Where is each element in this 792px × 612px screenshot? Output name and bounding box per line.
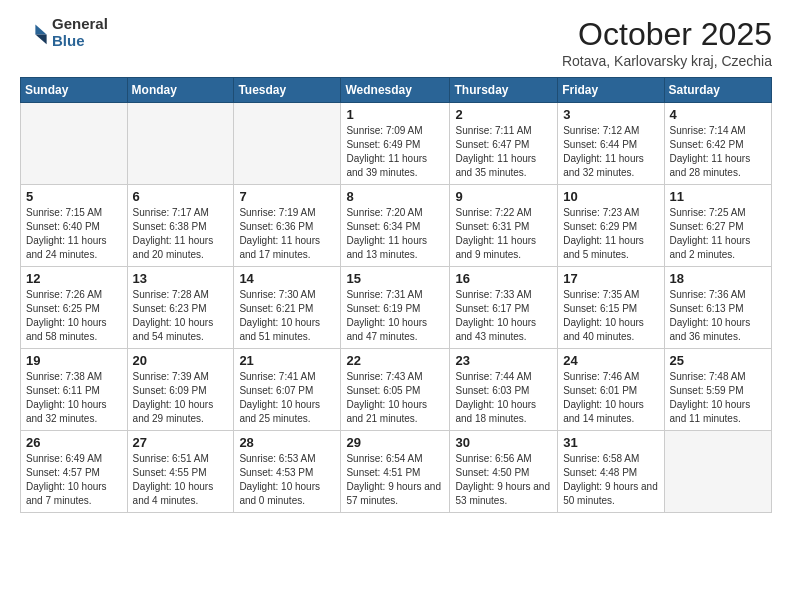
calendar-cell: 7Sunrise: 7:19 AM Sunset: 6:36 PM Daylig… [234,185,341,267]
day-number: 29 [346,435,444,450]
day-number: 14 [239,271,335,286]
calendar-cell: 14Sunrise: 7:30 AM Sunset: 6:21 PM Dayli… [234,267,341,349]
calendar-cell [127,103,234,185]
day-info: Sunrise: 7:35 AM Sunset: 6:15 PM Dayligh… [563,288,658,344]
day-number: 19 [26,353,122,368]
weekday-header-row: SundayMondayTuesdayWednesdayThursdayFrid… [21,78,772,103]
day-info: Sunrise: 6:49 AM Sunset: 4:57 PM Dayligh… [26,452,122,508]
logo-blue: Blue [52,33,108,50]
day-number: 5 [26,189,122,204]
day-info: Sunrise: 7:28 AM Sunset: 6:23 PM Dayligh… [133,288,229,344]
day-info: Sunrise: 7:44 AM Sunset: 6:03 PM Dayligh… [455,370,552,426]
day-number: 26 [26,435,122,450]
calendar-cell: 19Sunrise: 7:38 AM Sunset: 6:11 PM Dayli… [21,349,128,431]
calendar-cell: 28Sunrise: 6:53 AM Sunset: 4:53 PM Dayli… [234,431,341,513]
calendar-cell: 29Sunrise: 6:54 AM Sunset: 4:51 PM Dayli… [341,431,450,513]
day-number: 6 [133,189,229,204]
day-info: Sunrise: 7:33 AM Sunset: 6:17 PM Dayligh… [455,288,552,344]
month-title: October 2025 [562,16,772,53]
calendar-cell: 9Sunrise: 7:22 AM Sunset: 6:31 PM Daylig… [450,185,558,267]
weekday-header-saturday: Saturday [664,78,771,103]
day-number: 27 [133,435,229,450]
calendar-cell: 1Sunrise: 7:09 AM Sunset: 6:49 PM Daylig… [341,103,450,185]
svg-marker-1 [35,34,46,44]
day-info: Sunrise: 7:38 AM Sunset: 6:11 PM Dayligh… [26,370,122,426]
day-number: 17 [563,271,658,286]
calendar-cell: 4Sunrise: 7:14 AM Sunset: 6:42 PM Daylig… [664,103,771,185]
day-info: Sunrise: 7:23 AM Sunset: 6:29 PM Dayligh… [563,206,658,262]
day-info: Sunrise: 6:56 AM Sunset: 4:50 PM Dayligh… [455,452,552,508]
calendar-cell: 27Sunrise: 6:51 AM Sunset: 4:55 PM Dayli… [127,431,234,513]
logo-text: General Blue [52,16,108,49]
day-number: 12 [26,271,122,286]
day-info: Sunrise: 6:51 AM Sunset: 4:55 PM Dayligh… [133,452,229,508]
day-number: 3 [563,107,658,122]
day-info: Sunrise: 7:12 AM Sunset: 6:44 PM Dayligh… [563,124,658,180]
day-number: 10 [563,189,658,204]
day-info: Sunrise: 7:20 AM Sunset: 6:34 PM Dayligh… [346,206,444,262]
calendar-cell: 23Sunrise: 7:44 AM Sunset: 6:03 PM Dayli… [450,349,558,431]
day-number: 22 [346,353,444,368]
day-number: 20 [133,353,229,368]
weekday-header-sunday: Sunday [21,78,128,103]
day-info: Sunrise: 7:22 AM Sunset: 6:31 PM Dayligh… [455,206,552,262]
logo-icon [20,19,48,47]
header: General Blue October 2025 Rotava, Karlov… [20,16,772,69]
calendar-cell: 6Sunrise: 7:17 AM Sunset: 6:38 PM Daylig… [127,185,234,267]
day-number: 30 [455,435,552,450]
calendar-cell: 8Sunrise: 7:20 AM Sunset: 6:34 PM Daylig… [341,185,450,267]
day-info: Sunrise: 7:30 AM Sunset: 6:21 PM Dayligh… [239,288,335,344]
day-info: Sunrise: 7:39 AM Sunset: 6:09 PM Dayligh… [133,370,229,426]
day-info: Sunrise: 6:58 AM Sunset: 4:48 PM Dayligh… [563,452,658,508]
day-number: 24 [563,353,658,368]
calendar-week-row: 26Sunrise: 6:49 AM Sunset: 4:57 PM Dayli… [21,431,772,513]
day-info: Sunrise: 7:48 AM Sunset: 5:59 PM Dayligh… [670,370,766,426]
day-number: 15 [346,271,444,286]
day-info: Sunrise: 7:26 AM Sunset: 6:25 PM Dayligh… [26,288,122,344]
calendar-cell: 26Sunrise: 6:49 AM Sunset: 4:57 PM Dayli… [21,431,128,513]
weekday-header-tuesday: Tuesday [234,78,341,103]
calendar-cell [664,431,771,513]
day-info: Sunrise: 7:43 AM Sunset: 6:05 PM Dayligh… [346,370,444,426]
calendar-cell [234,103,341,185]
calendar-cell [21,103,128,185]
day-info: Sunrise: 6:53 AM Sunset: 4:53 PM Dayligh… [239,452,335,508]
calendar-cell: 15Sunrise: 7:31 AM Sunset: 6:19 PM Dayli… [341,267,450,349]
day-number: 13 [133,271,229,286]
calendar-cell: 31Sunrise: 6:58 AM Sunset: 4:48 PM Dayli… [558,431,664,513]
weekday-header-friday: Friday [558,78,664,103]
calendar-cell: 25Sunrise: 7:48 AM Sunset: 5:59 PM Dayli… [664,349,771,431]
day-info: Sunrise: 7:14 AM Sunset: 6:42 PM Dayligh… [670,124,766,180]
svg-marker-0 [35,24,46,34]
logo: General Blue [20,16,108,49]
day-number: 8 [346,189,444,204]
day-info: Sunrise: 7:41 AM Sunset: 6:07 PM Dayligh… [239,370,335,426]
calendar-cell: 12Sunrise: 7:26 AM Sunset: 6:25 PM Dayli… [21,267,128,349]
day-number: 18 [670,271,766,286]
location: Rotava, Karlovarsky kraj, Czechia [562,53,772,69]
calendar-week-row: 19Sunrise: 7:38 AM Sunset: 6:11 PM Dayli… [21,349,772,431]
day-number: 2 [455,107,552,122]
day-info: Sunrise: 7:11 AM Sunset: 6:47 PM Dayligh… [455,124,552,180]
day-info: Sunrise: 7:25 AM Sunset: 6:27 PM Dayligh… [670,206,766,262]
day-number: 7 [239,189,335,204]
title-area: October 2025 Rotava, Karlovarsky kraj, C… [562,16,772,69]
day-number: 11 [670,189,766,204]
day-number: 1 [346,107,444,122]
calendar-week-row: 5Sunrise: 7:15 AM Sunset: 6:40 PM Daylig… [21,185,772,267]
logo-general: General [52,16,108,33]
calendar-cell: 16Sunrise: 7:33 AM Sunset: 6:17 PM Dayli… [450,267,558,349]
calendar-cell: 24Sunrise: 7:46 AM Sunset: 6:01 PM Dayli… [558,349,664,431]
calendar-cell: 11Sunrise: 7:25 AM Sunset: 6:27 PM Dayli… [664,185,771,267]
day-info: Sunrise: 7:15 AM Sunset: 6:40 PM Dayligh… [26,206,122,262]
calendar-week-row: 12Sunrise: 7:26 AM Sunset: 6:25 PM Dayli… [21,267,772,349]
day-info: Sunrise: 7:31 AM Sunset: 6:19 PM Dayligh… [346,288,444,344]
calendar-cell: 21Sunrise: 7:41 AM Sunset: 6:07 PM Dayli… [234,349,341,431]
calendar-cell: 18Sunrise: 7:36 AM Sunset: 6:13 PM Dayli… [664,267,771,349]
day-info: Sunrise: 7:36 AM Sunset: 6:13 PM Dayligh… [670,288,766,344]
calendar-cell: 5Sunrise: 7:15 AM Sunset: 6:40 PM Daylig… [21,185,128,267]
day-number: 25 [670,353,766,368]
day-number: 28 [239,435,335,450]
calendar-cell: 20Sunrise: 7:39 AM Sunset: 6:09 PM Dayli… [127,349,234,431]
weekday-header-wednesday: Wednesday [341,78,450,103]
